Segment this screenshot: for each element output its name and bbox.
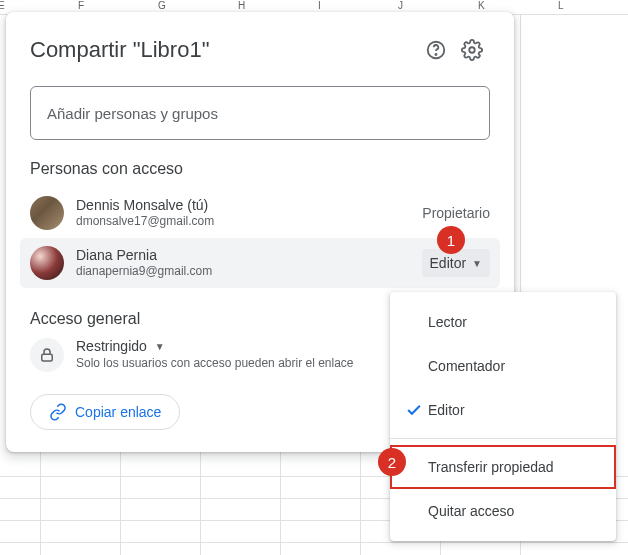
help-icon[interactable] xyxy=(418,32,454,68)
svg-rect-3 xyxy=(42,354,53,361)
svg-point-1 xyxy=(435,54,436,55)
menu-item-label: Editor xyxy=(428,402,465,418)
person-info: Diana Pernia dianapernia9@gmail.com xyxy=(76,246,422,280)
people-with-access-title: Personas con acceso xyxy=(30,160,490,178)
caret-down-icon: ▼ xyxy=(155,341,165,352)
menu-item-remove-access[interactable]: Quitar acceso xyxy=(390,489,616,533)
general-access-description: Solo los usuarios con acceso pueden abri… xyxy=(76,356,354,370)
lock-icon xyxy=(30,338,64,372)
menu-item-label: Quitar acceso xyxy=(428,503,514,519)
dialog-header: Compartir "Libro1" xyxy=(30,32,490,68)
copy-link-label: Copiar enlace xyxy=(75,404,161,420)
person-row-editor: Diana Pernia dianapernia9@gmail.com Edit… xyxy=(20,238,500,288)
general-access-dropdown[interactable]: Restringido ▼ xyxy=(76,338,354,354)
add-people-input[interactable]: Añadir personas y grupos xyxy=(30,86,490,140)
person-email: dianapernia9@gmail.com xyxy=(76,264,422,280)
copy-link-button[interactable]: Copiar enlace xyxy=(30,394,180,430)
owner-role-label: Propietario xyxy=(422,205,490,221)
avatar xyxy=(30,246,64,280)
checkmark-icon xyxy=(404,400,428,420)
menu-item-editor[interactable]: Editor xyxy=(390,388,616,432)
menu-item-commenter[interactable]: Comentador xyxy=(390,344,616,388)
menu-item-label: Transferir propiedad xyxy=(428,459,554,475)
menu-item-label: Lector xyxy=(428,314,467,330)
link-icon xyxy=(49,403,67,421)
menu-item-transfer-ownership[interactable]: Transferir propiedad xyxy=(390,445,616,489)
dialog-title: Compartir "Libro1" xyxy=(30,37,418,63)
role-dropdown-menu: Lector Comentador Editor Transferir prop… xyxy=(390,292,616,541)
svg-point-2 xyxy=(469,47,475,53)
menu-item-viewer[interactable]: Lector xyxy=(390,300,616,344)
menu-item-label: Comentador xyxy=(428,358,505,374)
person-email: dmonsalve17@gmail.com xyxy=(76,214,422,230)
person-info: Dennis Monsalve (tú) dmonsalve17@gmail.c… xyxy=(76,196,422,230)
avatar xyxy=(30,196,64,230)
person-row-owner: Dennis Monsalve (tú) dmonsalve17@gmail.c… xyxy=(20,188,500,238)
annotation-badge-2: 2 xyxy=(378,448,406,476)
restricted-label: Restringido xyxy=(76,338,147,354)
menu-divider xyxy=(390,438,616,439)
annotation-badge-1: 1 xyxy=(437,226,465,254)
person-name: Diana Pernia xyxy=(76,246,422,264)
caret-down-icon: ▼ xyxy=(472,258,482,269)
add-people-placeholder: Añadir personas y grupos xyxy=(47,105,218,122)
settings-icon[interactable] xyxy=(454,32,490,68)
role-dropdown-button[interactable]: Editor ▼ xyxy=(422,249,490,277)
role-dropdown-label: Editor xyxy=(430,255,467,271)
person-name: Dennis Monsalve (tú) xyxy=(76,196,422,214)
